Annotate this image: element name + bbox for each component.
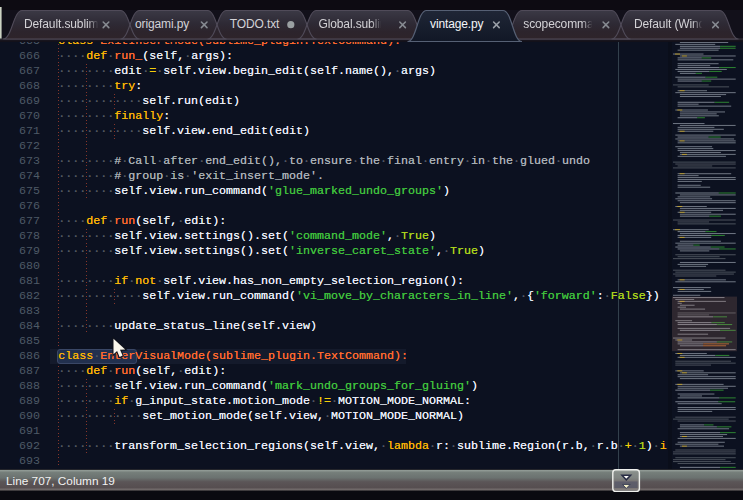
svg-text:Default (Windows: Default (Windows bbox=[634, 17, 726, 31]
svg-text:origami.py: origami.py bbox=[135, 17, 189, 31]
svg-text:vintage.py: vintage.py bbox=[430, 17, 484, 31]
svg-text:scopecommands: scopecommands bbox=[523, 17, 612, 31]
svg-text:TODO.txt: TODO.txt bbox=[230, 17, 280, 31]
svg-text:Global.sublime: Global.sublime bbox=[319, 17, 397, 31]
svg-text:Default.sublime: Default.sublime bbox=[24, 17, 105, 31]
